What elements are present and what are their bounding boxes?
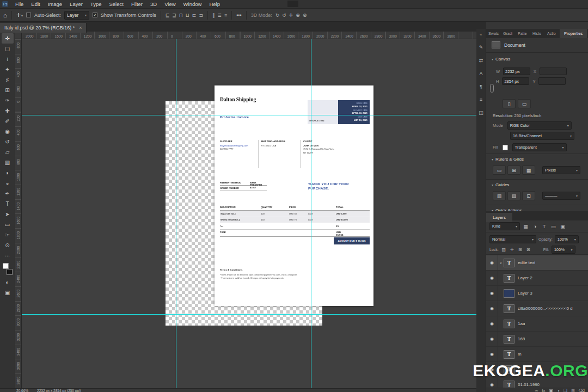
layers-footer-icon[interactable]: ⊞ [571,388,575,392]
color-swatches[interactable] [2,262,14,275]
expand-panels-icon[interactable]: « [480,32,482,37]
layer-visibility-toggle[interactable]: ◉ [486,301,498,316]
collapsed-panel-icon[interactable]: ≡ [480,97,482,102]
screen-mode-icon[interactable]: ▣ [2,287,14,298]
blur-tool[interactable]: ◗ [2,168,14,178]
panel-tab[interactable]: Gradi [501,29,516,38]
layer-row[interactable]: ◉ Layer 3 [486,286,588,301]
align-icon[interactable]: ⊔ [186,13,189,18]
guide-toggle-icon[interactable]: ⊡ [522,191,535,200]
panel-tab[interactable]: Patte [516,29,530,38]
dodge-tool[interactable]: ◒ [2,178,14,188]
layer-row[interactable]: ◉ 169 [486,332,588,347]
layer-expander[interactable]: ∨ [498,261,504,265]
lock-icon[interactable]: ⊞ [517,247,523,252]
panel-tab[interactable]: Histo [530,29,545,38]
edit-toolbar-icon[interactable]: ⋯ [2,250,14,261]
crop-tool[interactable]: ♯ [2,75,14,85]
layer-row[interactable]: ◉ cilta0000000...<<<<<<<<0 d [486,301,588,316]
layer-visibility-toggle[interactable]: ◉ [486,332,498,346]
kind-filter-select[interactable]: Kind▾ [489,222,520,230]
menubar-item[interactable]: View [161,0,179,8]
layer-visibility-toggle[interactable]: ◉ [486,316,498,331]
opacity-select[interactable]: 100%▾ [555,235,579,243]
pen-tool[interactable]: ✒ [2,188,14,199]
menubar-item[interactable]: Image [44,0,66,8]
menubar-item[interactable]: Type [87,0,106,8]
layers-footer-icon[interactable]: ❏ [564,388,567,392]
shape-tool[interactable]: ▭ [2,219,14,230]
layers-footer-icon[interactable]: fx [542,388,545,392]
horizontal-ruler[interactable]: 2000180016001400120010008006004002000200… [22,32,476,39]
3d-mode-icon[interactable]: ✛ [289,13,293,18]
eraser-tool[interactable]: ▱ [2,147,14,157]
healing-brush-tool[interactable]: ✚ [2,106,14,116]
layer-visibility-toggle[interactable]: ◉ [486,347,498,362]
layers-footer-icon[interactable]: ◑ [557,388,560,392]
vertical-ruler[interactable]: 8006004002000200400600800100012001400160… [15,39,22,388]
layers-footer-icon[interactable]: ∞ [535,388,538,392]
align-icon[interactable]: ⊒ [172,13,176,18]
home-icon[interactable]: ⌂ [3,12,7,19]
link-dimensions-icon[interactable] [490,84,494,93]
collapsed-panel-icon[interactable]: ◫ [479,110,483,115]
quick-mask-icon[interactable]: ◐ [2,277,14,287]
collapsed-panel-icon[interactable]: ¶ [480,84,482,89]
layers-footer-icon[interactable]: ⌫ [579,388,585,392]
marquee-tool[interactable]: ▢ [2,44,14,54]
clone-stamp-tool[interactable]: ◉ [2,126,14,137]
ruler-grid-toggle-icon[interactable]: ▭ [493,166,506,175]
fill-select[interactable]: Transparent▾ [512,143,567,151]
document-tab[interactable]: Italy id.psd @ 20.7% (RGB/16) * × [0,23,87,33]
collapsed-panel-icon[interactable]: ⇄ [479,58,483,63]
distribute-icon[interactable]: ≣ [217,13,222,18]
layer-row[interactable]: ◉ ∨ edite text [486,255,588,271]
show-transform-checkbox[interactable]: ✓ [93,13,97,17]
layer-row[interactable]: ◉ 1aa [486,316,588,332]
zoom-tool[interactable]: ⊙ [2,240,14,250]
layer-filter-icon[interactable]: ▦ [522,224,529,229]
close-icon[interactable]: × [79,25,82,30]
ruler-grid-toggle-icon[interactable]: ⊞ [507,166,520,175]
color-mode-select[interactable]: RGB Color▾ [507,121,572,130]
hand-tool[interactable]: ☞ [2,230,14,240]
layers-footer-icon[interactable]: ▣ [549,388,553,392]
guide-horizontal[interactable] [22,314,476,315]
current-tool-icon[interactable]: ✛▾ [16,12,23,18]
lock-icon[interactable]: ✛ [509,247,515,252]
menubar-item[interactable]: Window [180,0,206,8]
3d-mode-icon[interactable]: ⊕ [296,13,300,18]
type-tool[interactable]: T [2,199,14,209]
lock-icon[interactable]: ⊠ [525,247,531,252]
distribute-icon[interactable]: ≡ [224,13,227,18]
guide-toggle-icon[interactable]: ▥ [493,191,506,200]
guide-horizontal[interactable] [22,115,476,115]
orientation-icon[interactable]: ▭ [518,99,531,108]
lasso-tool[interactable]: ≀ [2,54,14,64]
guide-vertical[interactable] [176,39,176,388]
3d-mode-icon[interactable]: ⊗ [303,13,307,18]
zoom-level[interactable]: 20.66% [16,389,28,392]
menubar-item[interactable]: 3D [146,0,161,8]
align-icon[interactable]: ⊑ [166,13,170,18]
canvas-x-field[interactable] [540,68,567,75]
canvas-y-field[interactable] [538,77,566,85]
align-icon[interactable]: ⊐ [199,13,203,18]
blend-mode-select[interactable]: Normal▾ [489,235,536,243]
canvas-section-header[interactable]: ▾Canvas [492,57,510,62]
3d-mode-icon[interactable]: ↺ [282,13,286,18]
menubar-item[interactable]: File [11,0,27,8]
more-options-button[interactable]: ••• [236,13,241,18]
menubar-item[interactable]: Filter [127,0,146,8]
auto-select-target-select[interactable]: Layer▾ [64,11,89,20]
background-color-swatch[interactable] [7,269,13,275]
layer-filter-icon[interactable]: T [541,224,548,229]
path-selection-tool[interactable]: ➤ [2,209,14,219]
distribute-icon[interactable]: ∥ [212,13,215,18]
lock-icon[interactable]: ▨ [501,247,507,252]
collapsed-panel-icon[interactable]: A [479,71,482,76]
guide-vertical[interactable] [311,39,311,388]
units-select[interactable]: Pixels▾ [542,166,580,174]
guide-toggle-icon[interactable]: ▤ [507,191,520,200]
3d-mode-icon[interactable]: ↻ [275,13,280,18]
